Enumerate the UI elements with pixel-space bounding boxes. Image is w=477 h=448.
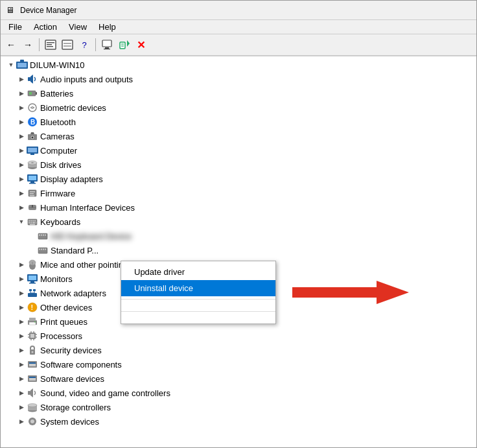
display-label: Display adapters bbox=[40, 174, 103, 184]
expand-disk[interactable]: ▶ bbox=[16, 159, 27, 170]
expand-monitors[interactable]: ▶ bbox=[16, 274, 27, 284]
expand-root[interactable]: ▼ bbox=[6, 60, 16, 70]
expand-system[interactable]: ▶ bbox=[16, 416, 27, 427]
tree-item-swdev[interactable]: ▶ Software devices bbox=[1, 371, 476, 386]
svg-rect-50 bbox=[29, 222, 30, 224]
scan-button[interactable] bbox=[116, 37, 132, 53]
tree-item-keyboards[interactable]: ▼ Keyboards bbox=[1, 215, 476, 229]
list-view-button[interactable] bbox=[60, 37, 75, 53]
storage-icon bbox=[27, 401, 38, 413]
expand-bluetooth[interactable]: ▶ bbox=[16, 117, 27, 127]
help-button[interactable]: ? bbox=[76, 37, 92, 53]
svg-rect-3 bbox=[47, 46, 53, 47]
tree-item-bluetooth[interactable]: ▶ B Bluetooth bbox=[1, 115, 476, 129]
print-label: Print queues bbox=[40, 317, 87, 327]
expand-firmware[interactable]: ▶ bbox=[16, 188, 27, 198]
tree-item-security[interactable]: ▶ Security devices bbox=[1, 343, 476, 357]
delete-button[interactable]: ✕ bbox=[133, 37, 148, 53]
svg-rect-10 bbox=[120, 42, 125, 49]
tree-item-swcomp[interactable]: ▶ Software components bbox=[1, 357, 476, 371]
keyboard-2-label: Standard P... bbox=[51, 246, 99, 255]
tree-item-batteries[interactable]: ▶ Batteries bbox=[1, 86, 476, 100]
security-icon bbox=[27, 344, 38, 356]
ctx-uninstall-device[interactable]: Uninstall device bbox=[121, 280, 275, 296]
tree-item-disk[interactable]: ▶ Disk drives bbox=[1, 158, 476, 172]
expand-mice[interactable]: ▶ bbox=[16, 259, 27, 270]
expand-network[interactable]: ▶ bbox=[16, 288, 27, 298]
expand-cameras[interactable]: ▶ bbox=[16, 131, 27, 141]
tree-item-hid[interactable]: ▶ Human Interface Devices bbox=[1, 200, 476, 215]
expand-other[interactable]: ▶ bbox=[16, 302, 27, 312]
tree-item-keyboard-1[interactable]: HID Keyboard Device bbox=[1, 229, 476, 243]
expand-hid[interactable]: ▶ bbox=[16, 202, 27, 213]
system-icon bbox=[27, 416, 38, 427]
menu-file[interactable]: File bbox=[3, 21, 27, 33]
expand-sound[interactable]: ▶ bbox=[16, 388, 27, 398]
monitor-button[interactable] bbox=[99, 37, 115, 53]
expand-keyboard-1 bbox=[27, 231, 37, 241]
cameras-icon bbox=[27, 130, 38, 142]
expand-keyboards[interactable]: ▼ bbox=[16, 217, 27, 227]
svg-rect-70 bbox=[29, 276, 36, 280]
keyboards-label: Keyboards bbox=[40, 217, 80, 227]
svg-point-26 bbox=[32, 137, 34, 139]
svg-rect-2 bbox=[47, 44, 52, 45]
expand-print[interactable]: ▶ bbox=[16, 316, 27, 327]
other-icon: ! bbox=[27, 301, 38, 313]
storage-label: Storage controllers bbox=[40, 403, 111, 412]
ctx-properties[interactable] bbox=[121, 314, 275, 321]
expand-audio[interactable]: ▶ bbox=[16, 74, 27, 84]
computer-label: Computer bbox=[40, 146, 77, 156]
expand-biometric[interactable]: ▶ bbox=[16, 102, 27, 113]
menu-view[interactable]: View bbox=[64, 21, 92, 33]
tree-view[interactable]: ▼ DILUM-WIN10 ▶ bbox=[1, 56, 476, 447]
disk-icon bbox=[27, 159, 38, 171]
tree-item-system[interactable]: ▶ System devices bbox=[1, 414, 476, 429]
svg-rect-47 bbox=[30, 220, 32, 222]
print-icon bbox=[27, 316, 38, 327]
expand-proc[interactable]: ▶ bbox=[16, 331, 27, 341]
expand-security[interactable]: ▶ bbox=[16, 345, 27, 355]
tree-item-computer[interactable]: ▶ Computer bbox=[1, 143, 476, 158]
tree-item-storage[interactable]: ▶ Storage controllers bbox=[1, 400, 476, 414]
context-menu: Update driver Uninstall device bbox=[121, 261, 276, 324]
main-content: ▼ DILUM-WIN10 ▶ bbox=[1, 56, 476, 447]
network-icon bbox=[27, 287, 38, 299]
tree-item-keyboard-2[interactable]: Standard P... bbox=[1, 243, 476, 257]
tree-item-cameras[interactable]: ▶ Cameras bbox=[1, 129, 476, 143]
audio-label: Audio inputs and outputs bbox=[40, 75, 133, 84]
menu-action[interactable]: Action bbox=[29, 21, 62, 33]
keyboard-1-icon bbox=[37, 230, 49, 242]
title-bar: 🖥 Device Manager bbox=[1, 1, 476, 20]
tree-item-firmware[interactable]: ▶ Firmware bbox=[1, 186, 476, 200]
tree-item-display[interactable]: ▶ Display adapters bbox=[1, 172, 476, 186]
svg-rect-17 bbox=[28, 77, 30, 81]
ctx-scan-hardware[interactable] bbox=[121, 302, 275, 309]
expand-swcomp[interactable]: ▶ bbox=[16, 359, 27, 370]
svg-rect-16 bbox=[20, 60, 24, 62]
svg-rect-20 bbox=[29, 92, 32, 95]
proc-label: Processors bbox=[40, 331, 82, 341]
expand-batteries[interactable]: ▶ bbox=[16, 88, 27, 99]
computer-icon bbox=[27, 145, 38, 156]
tree-item-audio[interactable]: ▶ Audio inputs and outputs bbox=[1, 72, 476, 86]
expand-swdev[interactable]: ▶ bbox=[16, 373, 27, 384]
tree-item-sound[interactable]: ▶ Sound, video and game controllers bbox=[1, 386, 476, 400]
tree-item-biometric[interactable]: ▶ Biometric devices bbox=[1, 100, 476, 115]
tree-item-proc[interactable]: ▶ Processors bbox=[1, 329, 476, 343]
device-manager-window: 🖥 Device Manager File Action View Help ←… bbox=[0, 0, 477, 448]
expand-display[interactable]: ▶ bbox=[16, 174, 27, 184]
tree-root[interactable]: ▼ DILUM-WIN10 bbox=[1, 58, 476, 72]
properties-button[interactable] bbox=[43, 37, 58, 53]
back-button[interactable]: ← bbox=[3, 37, 19, 53]
monitors-label: Monitors bbox=[40, 274, 73, 284]
expand-computer[interactable]: ▶ bbox=[16, 145, 27, 156]
svg-rect-28 bbox=[28, 148, 37, 152]
cameras-label: Cameras bbox=[40, 132, 75, 141]
ctx-update-driver[interactable]: Update driver bbox=[121, 264, 275, 280]
window-title: Device Manager bbox=[20, 6, 76, 15]
menu-help[interactable]: Help bbox=[93, 21, 121, 33]
svg-point-84 bbox=[34, 322, 36, 323]
forward-button[interactable]: → bbox=[20, 37, 36, 53]
expand-storage[interactable]: ▶ bbox=[16, 402, 27, 412]
